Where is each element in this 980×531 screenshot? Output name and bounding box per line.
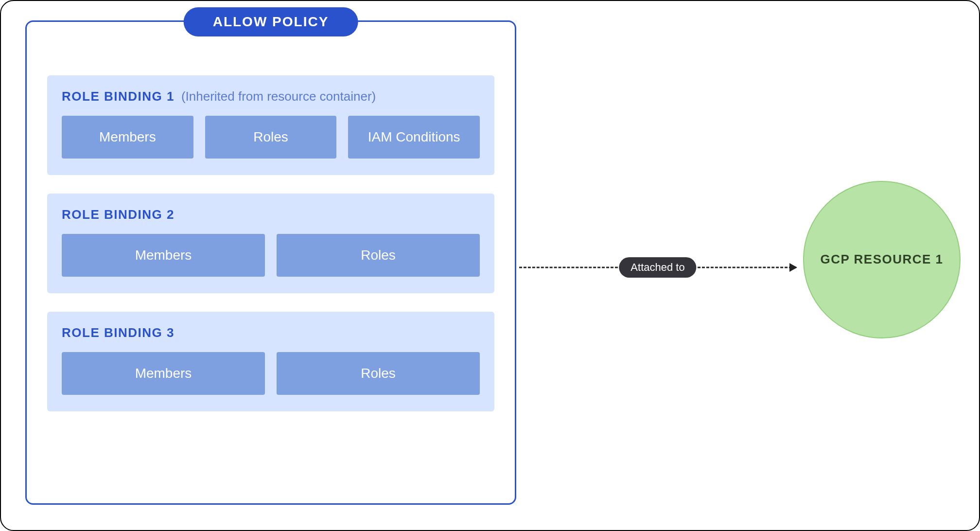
gcp-resource-label: GCP RESOURCE 1	[810, 251, 953, 268]
role-binding-2-header: ROLE BINDING 2	[62, 207, 480, 222]
rb2-roles-chip: Roles	[277, 234, 480, 277]
bindings-list: ROLE BINDING 1 (Inherited from resource …	[47, 75, 494, 483]
allow-policy-badge: ALLOW POLICY	[184, 7, 358, 36]
attached-to-connector: Attached to	[519, 259, 796, 276]
role-binding-1-chips: Members Roles IAM Conditions	[62, 116, 480, 159]
role-binding-1-header: ROLE BINDING 1 (Inherited from resource …	[62, 89, 480, 104]
role-binding-1-title: ROLE BINDING 1	[62, 89, 175, 104]
role-binding-3-chips: Members Roles	[62, 352, 480, 395]
role-binding-2-chips: Members Roles	[62, 234, 480, 277]
role-binding-3-title: ROLE BINDING 3	[62, 325, 175, 340]
role-binding-1-note: (Inherited from resource container)	[181, 89, 376, 104]
rb1-members-chip: Members	[62, 116, 193, 159]
rb3-roles-chip: Roles	[277, 352, 480, 395]
rb1-roles-chip: Roles	[205, 116, 337, 159]
arrow-right-icon	[789, 263, 797, 272]
role-binding-1: ROLE BINDING 1 (Inherited from resource …	[47, 75, 494, 175]
role-binding-3: ROLE BINDING 3 Members Roles	[47, 312, 494, 411]
rb2-members-chip: Members	[62, 234, 265, 277]
role-binding-2: ROLE BINDING 2 Members Roles	[47, 194, 494, 293]
connector-label: Attached to	[619, 257, 696, 278]
gcp-resource-node: GCP RESOURCE 1	[803, 181, 961, 338]
role-binding-2-title: ROLE BINDING 2	[62, 207, 175, 222]
allow-policy-container: ALLOW POLICY ROLE BINDING 1 (Inherited f…	[25, 20, 516, 505]
diagram-canvas: ALLOW POLICY ROLE BINDING 1 (Inherited f…	[0, 0, 980, 531]
role-binding-3-header: ROLE BINDING 3	[62, 325, 480, 340]
rb3-members-chip: Members	[62, 352, 265, 395]
rb1-iam-conditions-chip: IAM Conditions	[348, 116, 480, 159]
